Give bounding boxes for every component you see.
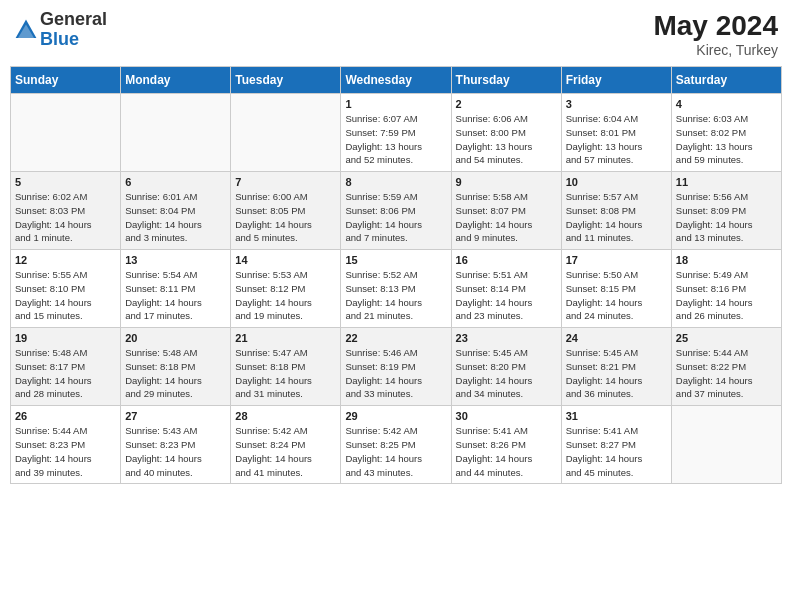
day-info-line: Daylight: 14 hours (15, 297, 92, 308)
day-info-line: and 28 minutes. (15, 388, 83, 399)
day-info-line: and 9 minutes. (456, 232, 518, 243)
day-info-line: Sunrise: 5:44 AM (15, 425, 87, 436)
page-header: General Blue May 2024 Kirec, Turkey (10, 10, 782, 58)
day-info-line: Daylight: 14 hours (15, 453, 92, 464)
day-info: Sunrise: 5:55 AMSunset: 8:10 PMDaylight:… (15, 268, 116, 323)
day-number: 28 (235, 410, 336, 422)
day-number: 12 (15, 254, 116, 266)
day-info: Sunrise: 6:01 AMSunset: 8:04 PMDaylight:… (125, 190, 226, 245)
calendar-week-row: 5Sunrise: 6:02 AMSunset: 8:03 PMDaylight… (11, 172, 782, 250)
weekday-header-sunday: Sunday (11, 67, 121, 94)
day-info-line: Daylight: 14 hours (345, 375, 422, 386)
day-info-line: and 1 minute. (15, 232, 73, 243)
day-info-line: Sunrise: 6:03 AM (676, 113, 748, 124)
day-info-line: and 31 minutes. (235, 388, 303, 399)
day-info-line: Sunset: 8:18 PM (125, 361, 195, 372)
day-number: 14 (235, 254, 336, 266)
calendar-day-cell: 25Sunrise: 5:44 AMSunset: 8:22 PMDayligh… (671, 328, 781, 406)
day-info-line: Sunrise: 5:50 AM (566, 269, 638, 280)
day-info-line: Daylight: 14 hours (566, 375, 643, 386)
day-info-line: and 57 minutes. (566, 154, 634, 165)
day-info-line: Daylight: 14 hours (566, 297, 643, 308)
day-info-line: Sunset: 8:00 PM (456, 127, 526, 138)
day-info: Sunrise: 5:48 AMSunset: 8:17 PMDaylight:… (15, 346, 116, 401)
day-info-line: and 59 minutes. (676, 154, 744, 165)
day-info-line: and 39 minutes. (15, 467, 83, 478)
day-info-line: and 52 minutes. (345, 154, 413, 165)
day-info-line: Daylight: 14 hours (125, 219, 202, 230)
day-info: Sunrise: 5:50 AMSunset: 8:15 PMDaylight:… (566, 268, 667, 323)
day-info: Sunrise: 5:57 AMSunset: 8:08 PMDaylight:… (566, 190, 667, 245)
day-number: 15 (345, 254, 446, 266)
logo-blue: Blue (40, 30, 107, 50)
day-info-line: Sunset: 8:11 PM (125, 283, 195, 294)
day-info: Sunrise: 6:06 AMSunset: 8:00 PMDaylight:… (456, 112, 557, 167)
day-info-line: Sunrise: 5:56 AM (676, 191, 748, 202)
day-number: 30 (456, 410, 557, 422)
day-info: Sunrise: 5:49 AMSunset: 8:16 PMDaylight:… (676, 268, 777, 323)
day-number: 8 (345, 176, 446, 188)
calendar-day-cell (11, 94, 121, 172)
weekday-header-tuesday: Tuesday (231, 67, 341, 94)
day-info-line: Daylight: 13 hours (566, 141, 643, 152)
day-info-line: Sunset: 8:17 PM (15, 361, 85, 372)
day-info-line: Sunset: 8:04 PM (125, 205, 195, 216)
day-info: Sunrise: 5:45 AMSunset: 8:21 PMDaylight:… (566, 346, 667, 401)
day-info-line: Sunrise: 6:02 AM (15, 191, 87, 202)
day-info-line: Sunset: 8:26 PM (456, 439, 526, 450)
day-info-line: Sunrise: 5:45 AM (456, 347, 528, 358)
calendar-day-cell: 19Sunrise: 5:48 AMSunset: 8:17 PMDayligh… (11, 328, 121, 406)
day-number: 11 (676, 176, 777, 188)
day-number: 23 (456, 332, 557, 344)
logo-text: General Blue (40, 10, 107, 50)
day-info-line: Sunrise: 5:55 AM (15, 269, 87, 280)
day-info-line: Sunset: 8:02 PM (676, 127, 746, 138)
day-info-line: Daylight: 14 hours (676, 375, 753, 386)
calendar-day-cell: 31Sunrise: 5:41 AMSunset: 8:27 PMDayligh… (561, 406, 671, 484)
day-info-line: Daylight: 14 hours (456, 453, 533, 464)
day-number: 9 (456, 176, 557, 188)
calendar-day-cell: 1Sunrise: 6:07 AMSunset: 7:59 PMDaylight… (341, 94, 451, 172)
day-info: Sunrise: 6:03 AMSunset: 8:02 PMDaylight:… (676, 112, 777, 167)
calendar-day-cell: 8Sunrise: 5:59 AMSunset: 8:06 PMDaylight… (341, 172, 451, 250)
day-info-line: Daylight: 13 hours (456, 141, 533, 152)
day-number: 3 (566, 98, 667, 110)
day-info-line: Sunrise: 5:43 AM (125, 425, 197, 436)
calendar-week-row: 1Sunrise: 6:07 AMSunset: 7:59 PMDaylight… (11, 94, 782, 172)
day-info-line: Sunset: 8:23 PM (15, 439, 85, 450)
day-number: 27 (125, 410, 226, 422)
day-number: 22 (345, 332, 446, 344)
day-number: 2 (456, 98, 557, 110)
day-info-line: Sunset: 8:21 PM (566, 361, 636, 372)
day-info-line: Sunrise: 5:48 AM (125, 347, 197, 358)
weekday-header-thursday: Thursday (451, 67, 561, 94)
day-info-line: Sunset: 7:59 PM (345, 127, 415, 138)
calendar-day-cell: 16Sunrise: 5:51 AMSunset: 8:14 PMDayligh… (451, 250, 561, 328)
day-info-line: Sunset: 8:08 PM (566, 205, 636, 216)
calendar-day-cell (671, 406, 781, 484)
day-info-line: Daylight: 14 hours (345, 219, 422, 230)
day-info: Sunrise: 5:58 AMSunset: 8:07 PMDaylight:… (456, 190, 557, 245)
day-number: 1 (345, 98, 446, 110)
calendar-day-cell: 11Sunrise: 5:56 AMSunset: 8:09 PMDayligh… (671, 172, 781, 250)
day-info-line: Daylight: 14 hours (125, 453, 202, 464)
day-info: Sunrise: 6:00 AMSunset: 8:05 PMDaylight:… (235, 190, 336, 245)
day-info-line: Sunset: 8:05 PM (235, 205, 305, 216)
day-info: Sunrise: 5:45 AMSunset: 8:20 PMDaylight:… (456, 346, 557, 401)
day-info-line: Sunset: 8:23 PM (125, 439, 195, 450)
calendar-day-cell: 24Sunrise: 5:45 AMSunset: 8:21 PMDayligh… (561, 328, 671, 406)
day-info-line: Daylight: 14 hours (345, 453, 422, 464)
day-info-line: and 54 minutes. (456, 154, 524, 165)
day-info-line: Sunset: 8:20 PM (456, 361, 526, 372)
calendar-table: SundayMondayTuesdayWednesdayThursdayFrid… (10, 66, 782, 484)
calendar-week-row: 12Sunrise: 5:55 AMSunset: 8:10 PMDayligh… (11, 250, 782, 328)
day-info-line: Daylight: 14 hours (235, 453, 312, 464)
day-number: 18 (676, 254, 777, 266)
day-info-line: Sunset: 8:10 PM (15, 283, 85, 294)
day-info-line: Sunset: 8:27 PM (566, 439, 636, 450)
day-info-line: and 29 minutes. (125, 388, 193, 399)
calendar-day-cell: 17Sunrise: 5:50 AMSunset: 8:15 PMDayligh… (561, 250, 671, 328)
day-info-line: and 7 minutes. (345, 232, 407, 243)
day-info: Sunrise: 5:52 AMSunset: 8:13 PMDaylight:… (345, 268, 446, 323)
day-number: 13 (125, 254, 226, 266)
